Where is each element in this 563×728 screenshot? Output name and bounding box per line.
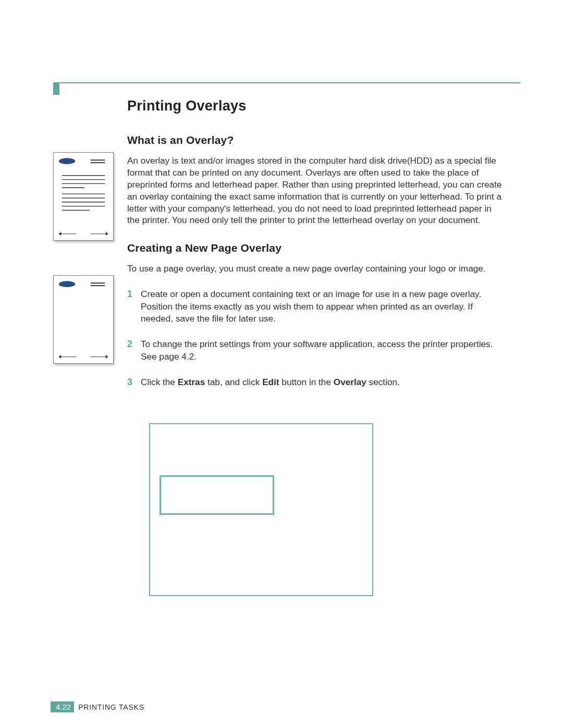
header-rule: [53, 82, 520, 83]
chapter-number: 4.: [56, 702, 63, 711]
page-footer: 4.22 PRINTING TASKS: [51, 701, 144, 712]
page-title: Printing Overlays: [127, 98, 504, 114]
page-number-badge: 4.22: [51, 701, 74, 712]
footer-section-label: PRINTING TASKS: [78, 703, 144, 711]
page-number: 22: [63, 702, 71, 711]
step-3-text-e: section.: [366, 377, 400, 387]
step-3-text-a: Click the: [141, 377, 178, 387]
section-heading-what: What is an Overlay?: [127, 134, 504, 146]
step-3-text-c: tab, and click: [205, 377, 262, 387]
screenshot-placeholder: [149, 423, 373, 596]
step-3-bold-extras: Extras: [178, 377, 205, 387]
step-3: Click the Extras tab, and click Edit but…: [127, 376, 504, 388]
svg-point-0: [59, 158, 75, 164]
step-3-bold-edit: Edit: [262, 377, 279, 387]
overlay-page-illustration-blank: [53, 275, 114, 364]
step-1: Create or open a document containing tex…: [127, 288, 504, 325]
screenshot-highlight: [160, 475, 274, 515]
section-intro-creating: To use a page overlay, you must create a…: [127, 263, 504, 275]
step-3-text-d: button in the: [279, 377, 334, 387]
step-2: To change the print settings from your s…: [127, 338, 504, 363]
section-body-what: An overlay is text and/or images stored …: [127, 155, 504, 226]
steps-list: Create or open a document containing tex…: [127, 288, 504, 388]
svg-point-14: [59, 281, 75, 287]
section-heading-creating: Creating a New Page Overlay: [127, 242, 504, 254]
step-3-bold-overlay: Overlay: [334, 377, 366, 387]
overlay-page-illustration-filled: [53, 152, 114, 241]
